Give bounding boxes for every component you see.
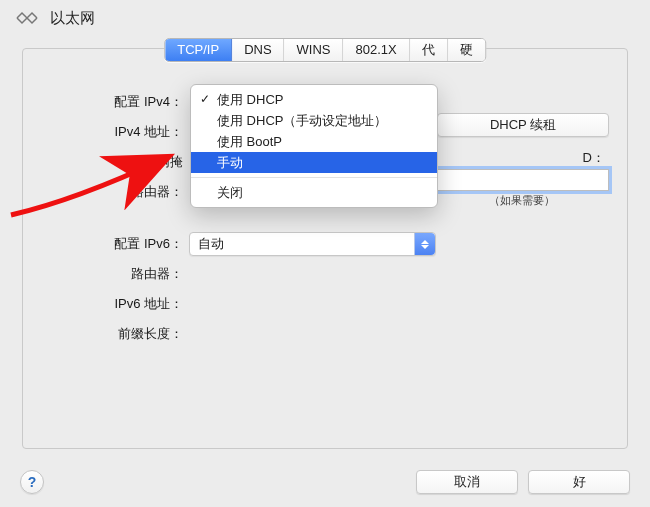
window-header: 以太网 — [0, 0, 650, 28]
dropdown-item-bootp[interactable]: 使用 BootP — [191, 131, 437, 152]
dropdown-item-dhcp[interactable]: 使用 DHCP — [191, 89, 437, 110]
dropdown-separator — [191, 177, 437, 178]
label-ipv4-address: IPv4 地址： — [23, 123, 189, 141]
label-router-ipv6: 路由器： — [23, 265, 189, 283]
footer: ? 取消 好 — [0, 457, 650, 507]
ok-button[interactable]: 好 — [528, 470, 630, 494]
tab-hardware[interactable]: 硬件 — [448, 39, 485, 61]
window-title: 以太网 — [50, 9, 95, 28]
dhcp-client-id-input[interactable] — [437, 169, 609, 191]
dhcp-renew-button[interactable]: DHCP 续租 — [437, 113, 609, 137]
network-icon — [14, 8, 40, 28]
label-prefix-length: 前缀长度： — [23, 325, 189, 343]
label-configure-ipv4: 配置 IPv4： — [23, 93, 189, 111]
tab-tcpip[interactable]: TCP/IP — [165, 39, 232, 61]
tab-bar: TCP/IP DNS WINS 802.1X 代理 硬件 — [164, 38, 486, 62]
client-id-hint: （如果需要） — [437, 194, 607, 208]
label-ipv6-address: IPv6 地址： — [23, 295, 189, 313]
settings-panel: TCP/IP DNS WINS 802.1X 代理 硬件 配置 IPv4： IP… — [22, 48, 628, 449]
client-id-label: D： — [583, 150, 605, 165]
label-configure-ipv6: 配置 IPv6： — [23, 235, 189, 253]
tab-8021x[interactable]: 802.1X — [344, 39, 410, 61]
dropdown-item-dhcp-manual[interactable]: 使用 DHCP（手动设定地址） — [191, 110, 437, 131]
label-router: 路由器： — [23, 183, 189, 201]
dropdown-item-off[interactable]: 关闭 — [191, 182, 437, 203]
tab-proxy[interactable]: 代理 — [410, 39, 448, 61]
chevron-up-down-icon — [414, 233, 435, 255]
configure-ipv4-dropdown: 使用 DHCP 使用 DHCP（手动设定地址） 使用 BootP 手动 关闭 — [190, 84, 438, 208]
right-column: DHCP 续租 D： （如果需要） — [437, 113, 607, 208]
tab-wins[interactable]: WINS — [285, 39, 344, 61]
tab-dns[interactable]: DNS — [232, 39, 284, 61]
help-button[interactable]: ? — [20, 470, 44, 494]
configure-ipv6-value: 自动 — [190, 235, 224, 253]
cancel-button[interactable]: 取消 — [416, 470, 518, 494]
dropdown-item-manual[interactable]: 手动 — [191, 152, 437, 173]
label-subnet-mask: 子网掩 — [23, 153, 189, 171]
configure-ipv6-select[interactable]: 自动 — [189, 232, 436, 256]
